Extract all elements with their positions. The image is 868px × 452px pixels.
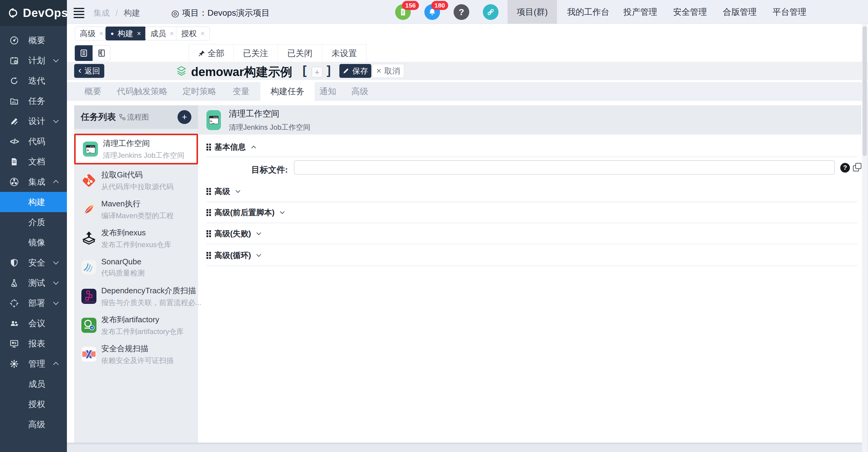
shield-icon [0,258,28,267]
task-desc: 代码质量检测 [101,268,145,278]
filter-tab-all[interactable]: 全部 [189,44,233,62]
task-item-compliance-scan[interactable]: 安全合规扫描 依赖安全及许可证扫描 [74,340,198,369]
section-advanced-scripts[interactable]: 高级(前后置脚本) [207,202,858,223]
people-icon [0,319,28,328]
sidebar-item-test[interactable]: 测试 [0,273,67,293]
filter-tabs: 全部 已关注 已关闭 未设置 [189,44,367,63]
filter-tab-closed[interactable]: 已关闭 [278,44,322,62]
loop-icon [0,76,28,86]
title-bar: ‹ 返回 demowar构建示例 [ + ] 保存 × 取消 [67,62,868,80]
tab-build-tasks[interactable]: 构建任务 [260,82,315,101]
filter-tab-unset[interactable]: 未设置 [322,44,366,62]
sidebar-item-deploy[interactable]: 部署 [0,293,67,313]
close-icon[interactable]: × [170,29,174,38]
breadcrumb-integration[interactable]: 集成 [93,8,110,18]
filter-tab-followed[interactable]: 已关注 [233,44,278,62]
sidebar-item-label: 构建 [28,196,45,208]
sidebar-item-code[interactable]: </> 代码 [0,131,67,151]
list-view-toggle[interactable] [75,45,93,61]
sidebar-item-security[interactable]: 安全 [0,253,67,273]
task-item-git-pull[interactable]: 拉取Git代码 从代码库中拉取源代码 [74,166,198,195]
sidebar-item-report[interactable]: 报表 [0,333,67,354]
scrollbar-thumb[interactable] [863,26,867,156]
board-view-toggle[interactable] [93,45,110,61]
tab-notification[interactable]: 通知 [319,82,336,101]
sidebar-item-design[interactable]: 设计 [0,111,67,131]
terminal-icon: >_ [83,142,98,157]
sidebar-item-authorize[interactable]: 授权 [0,394,67,414]
tab-overview[interactable]: 概要 [84,82,101,101]
tab-variables[interactable]: 变量 [233,82,250,101]
sidebar-item-label: 高级 [28,419,45,430]
add-task-button[interactable]: + [178,110,191,124]
section-basic-info[interactable]: 基本信息 [207,142,255,152]
field-help-icon[interactable]: ? [840,163,850,173]
save-button[interactable]: 保存 [339,64,371,78]
tab-chip-members[interactable]: 成员 × [145,27,179,40]
chevron-down-icon [53,279,59,285]
sidebar-item-integration[interactable]: 集成 [0,172,67,192]
question-icon: ? [459,7,464,17]
target-file-label: 目标文件: [199,164,288,176]
sidebar-item-members[interactable]: 成员 [0,374,67,394]
section-advanced[interactable]: 高级 [207,181,858,202]
breadcrumb-build[interactable]: 构建 [124,8,140,18]
detail-subtitle: 清理Jenkins Job工作空间 [229,122,310,132]
tab-schedule[interactable]: 定时策略 [183,82,216,101]
task-item-dependencytrack[interactable]: dependency track DependencyTrack介质扫描 报告与… [74,282,198,311]
task-name: 发布到artifactory [101,314,184,325]
task-item-clean-workspace[interactable]: >_ 清理工作空间 清理Jenkins Job工作空间 [74,134,198,165]
close-icon[interactable]: × [200,29,205,38]
drag-handle-icon [207,252,211,259]
sidebar-item-admin[interactable]: 管理 [0,354,67,374]
chevron-down-icon [256,230,261,235]
tab-code-trigger[interactable]: 代码触发策略 [117,82,167,101]
section-label: 高级(循环) [215,250,251,261]
sidebar-item-label: 设计 [28,116,45,127]
drag-handle-icon [207,144,211,150]
pen-icon [343,67,349,74]
sidebar-item-advanced[interactable]: 高级 [0,414,67,434]
sidebar-item-plan[interactable]: 计划 [0,50,67,70]
add-task-inline-button[interactable]: + [312,67,322,78]
cancel-button[interactable]: × 取消 [372,64,404,78]
nav-my-workbench[interactable]: 我的工作台 [561,0,615,24]
target-file-input[interactable] [294,160,835,175]
nav-project-group[interactable]: 项目(群) [507,0,557,24]
tab-chip-advanced[interactable]: 高级 × [75,27,108,40]
tab-chip-build[interactable]: ● 构建 × [105,27,146,40]
nav-version-mgmt[interactable]: 合版管理 [715,0,765,24]
task-item-maven[interactable]: Maven执行 编译Maven类型的工程 [74,195,198,224]
sidebar-item-tasks[interactable]: 任务 [0,91,67,111]
back-button[interactable]: ‹ 返回 [74,64,104,78]
sidebar-item-build[interactable]: 构建 [0,192,67,212]
task-item-sonarqube[interactable]: SonarQube 代码质量检测 [74,253,198,282]
task-desc: 依赖安全及许可证扫描 [101,356,174,365]
section-advanced-loop[interactable]: 高级(循环) [207,245,858,266]
sidebar-item-iteration[interactable]: 迭代 [0,70,67,91]
app-logo[interactable]: DevOps [0,0,67,26]
close-icon[interactable]: × [137,29,141,38]
sidebar-item-image[interactable]: 镜像 [0,232,67,253]
tab-advanced[interactable]: 高级 [351,82,368,101]
tab-chip-authorize[interactable]: 授权 × [176,27,210,40]
tab-label: 概要 [84,86,101,97]
nav-platform-mgmt[interactable]: 平台管理 [765,0,814,24]
close-icon[interactable]: × [99,29,103,38]
sidebar-item-docs[interactable]: 文档 [0,151,67,172]
sidebar-item-artifact[interactable]: 介质 [0,212,67,232]
sidebar-item-overview[interactable]: 概要 [0,30,67,50]
help-button[interactable]: ? [454,4,469,20]
task-item-artifactory[interactable]: 发布到artifactory 发布工件到artifactory仓库 [74,311,198,340]
task-item-nexus[interactable]: 发布到nexus 发布工件到nexus仓库 [74,224,198,253]
flow-chart-link[interactable]: 流程图 [119,112,149,122]
tab-label: 变量 [233,86,250,97]
nav-security-mgmt[interactable]: 安全管理 [665,0,715,24]
sidebar-item-meeting[interactable]: 会议 [0,313,67,333]
nav-production-mgmt[interactable]: 投产管理 [615,0,665,24]
hamburger-menu-icon[interactable] [73,8,84,18]
copy-icon[interactable] [853,163,862,172]
section-advanced-failure[interactable]: 高级(失败) [207,223,858,245]
scrollbar-track [862,24,867,452]
share-link-button[interactable] [483,4,498,20]
